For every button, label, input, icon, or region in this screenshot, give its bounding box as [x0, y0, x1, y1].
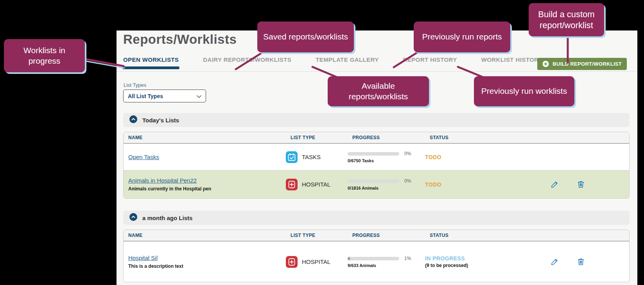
annotation-text: Build a custom report/worklist [533, 9, 600, 30]
screenshot-stage: Reports/Worklists OPEN WORKLISTS DAIRY R… [0, 0, 644, 285]
section-title: Today's Lists [142, 117, 179, 124]
progress-percent: 1% [404, 256, 411, 261]
section-todays-lists-header[interactable]: Today's Lists [123, 113, 630, 127]
table-header-row: NAME LIST TYPE PROGRESS STATUS [124, 132, 629, 143]
annotation-saved-reports-worklists: Saved reports/worklists [257, 22, 354, 52]
progress-percent: 0% [404, 178, 411, 184]
build-button-label: BUILD REPORT/WORKLIST [553, 61, 622, 67]
annotation-text: Worklists in progress [8, 45, 81, 66]
annotation-build-custom-report: Build a custom report/worklist [529, 3, 604, 36]
section-title: a month ago Lists [142, 215, 192, 221]
page-title: Reports/Worklists [123, 32, 237, 47]
delete-trash-icon[interactable] [576, 180, 585, 189]
collapse-chevron-up-icon [129, 213, 137, 222]
annotation-available-reports-worklists: Available reports/worklists [328, 76, 429, 106]
tab-worklist-history[interactable]: WORKLIST HISTORY [481, 56, 542, 63]
list-type-label: HOSPITAL [302, 258, 330, 265]
tabbar-divider [117, 71, 637, 72]
month-ago-lists-table: NAME LIST TYPE PROGRESS STATUS Hospital … [123, 229, 630, 282]
annotation-previously-run-reports: Previously run reports [414, 22, 510, 52]
list-types-label: List Types [124, 82, 146, 88]
col-name: NAME [124, 233, 286, 238]
col-status: STATUS [425, 233, 527, 238]
status-badge: IN PROGRESS [425, 255, 527, 262]
list-types-select[interactable]: All List Types [123, 90, 206, 102]
progress-count: 9/633 Animals [348, 263, 425, 268]
section-month-ago-lists-header[interactable]: a month ago Lists [123, 211, 630, 225]
col-progress: PROGRESS [348, 233, 425, 238]
delete-trash-icon[interactable] [576, 257, 585, 266]
list-type-label: TASKS [302, 154, 321, 160]
progress-bar [348, 257, 399, 260]
build-report-worklist-button[interactable]: BUILD REPORT/WORKLIST [537, 58, 627, 70]
collapse-chevron-up-icon [129, 115, 137, 125]
worklist-name-link[interactable]: Hospital Sil [128, 255, 158, 261]
worklist-description: Animals currently in the Hospital pen [128, 186, 286, 192]
table-header-row: NAME LIST TYPE PROGRESS STATUS [124, 230, 629, 241]
annotation-text: Available reports/worklists [332, 81, 425, 102]
annotation-worklists-in-progress: Worklists in progress [4, 39, 85, 72]
col-list-type: LIST TYPE [286, 135, 348, 140]
progress-bar [348, 152, 399, 156]
tab-template-gallery[interactable]: TEMPLATE GALLERY [316, 56, 379, 63]
annotation-text: Saved reports/worklists [263, 32, 348, 42]
tab-dairy-reports-worklists[interactable]: DAIRY REPORTS/WORKLISTS [203, 56, 291, 63]
plus-circle-icon [542, 61, 549, 67]
col-progress: PROGRESS [348, 135, 425, 140]
worklist-name-link[interactable]: Animals in Hospital Pen22 [128, 177, 197, 184]
status-note: (9 to be processed) [425, 263, 527, 268]
progress-count: 0/6750 Tasks [348, 158, 425, 163]
todays-lists-table: NAME LIST TYPE PROGRESS STATUS Open Task… [123, 132, 630, 199]
col-list-type: LIST TYPE [286, 233, 348, 238]
table-row: Open Tasks TASKS 0% 0/6750 Tasks [124, 143, 629, 170]
progress-count: 0/1816 Animals [348, 186, 425, 190]
progress-bar [348, 179, 399, 183]
annotation-text: Previously run worklists [481, 86, 567, 96]
hospital-cross-icon [286, 256, 298, 268]
col-name: NAME [124, 135, 286, 140]
tab-report-history[interactable]: REPORT HISTORY [403, 56, 457, 63]
worklist-name-link[interactable]: Open Tasks [128, 154, 159, 160]
table-row: Hospital Sil This is a description text … [124, 241, 629, 282]
table-row: Animals in Hospital Pen22 Animals curren… [124, 170, 629, 198]
app-window: Reports/Worklists OPEN WORKLISTS DAIRY R… [117, 30, 637, 285]
tab-bar: OPEN WORKLISTS DAIRY REPORTS/WORKLISTS T… [123, 56, 542, 63]
edit-pencil-icon[interactable] [550, 180, 559, 189]
col-status: STATUS [425, 135, 527, 140]
chevron-down-icon [197, 93, 201, 100]
worklist-description: This is a description text [128, 263, 286, 269]
annotation-text: Previously run reports [422, 32, 502, 42]
progress-percent: 0% [404, 151, 411, 156]
edit-pencil-icon[interactable] [550, 257, 559, 266]
tasks-calendar-icon [286, 151, 298, 163]
hospital-cross-icon [286, 179, 298, 190]
annotation-previously-run-worklists: Previously run worklists [474, 76, 574, 106]
tab-open-worklists[interactable]: OPEN WORKLISTS [123, 56, 179, 63]
status-badge: TODO [425, 181, 527, 188]
list-type-label: HOSPITAL [302, 181, 330, 188]
status-badge: TODO [425, 154, 527, 160]
list-types-selected-value: All List Types [128, 93, 163, 99]
